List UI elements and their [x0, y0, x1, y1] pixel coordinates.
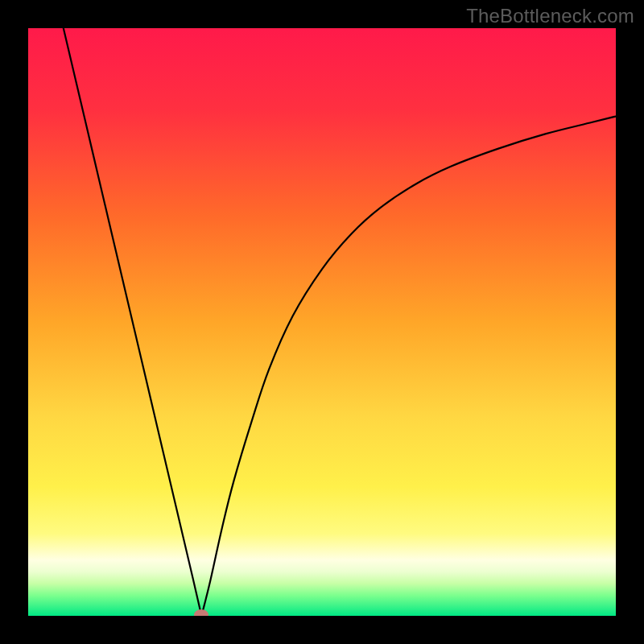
bottleneck-curve [28, 28, 616, 616]
curve-left-branch [64, 28, 202, 616]
curve-right-branch [201, 117, 616, 617]
plot-area [28, 28, 616, 616]
optimal-point-marker [194, 609, 208, 616]
watermark-text: TheBottleneck.com [466, 5, 634, 27]
chart-frame: TheBottleneck.com [0, 0, 644, 644]
